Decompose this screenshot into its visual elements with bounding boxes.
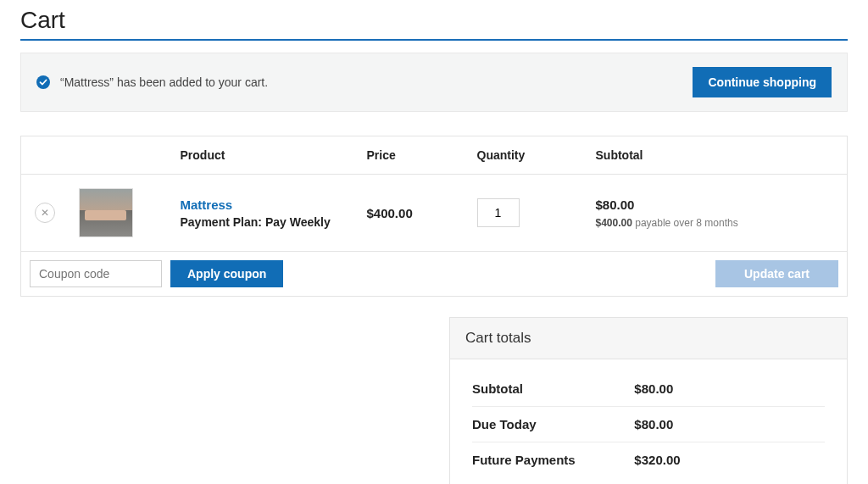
item-subtotal-note-text: payable over 8 months xyxy=(635,217,737,229)
totals-future-label: Future Payments xyxy=(472,453,634,467)
apply-coupon-button[interactable]: Apply coupon xyxy=(170,260,283,287)
page-title: Cart xyxy=(20,7,848,34)
totals-due-today-value: $80.00 xyxy=(634,417,673,431)
col-header-price: Price xyxy=(357,136,467,175)
cart-actions-row: Apply coupon Update cart xyxy=(21,252,848,297)
coupon-code-input[interactable] xyxy=(30,260,162,287)
totals-subtotal-label: Subtotal xyxy=(472,381,634,396)
product-plan-value: Pay Weekly xyxy=(265,215,331,229)
totals-subtotal-value: $80.00 xyxy=(634,381,673,396)
quantity-input[interactable] xyxy=(477,198,520,227)
cart-notice: “Mattress” has been added to your cart. … xyxy=(20,53,848,112)
item-subtotal-note: $400.00 payable over 8 months xyxy=(596,217,837,229)
svg-point-0 xyxy=(36,75,50,89)
update-cart-button[interactable]: Update cart xyxy=(715,260,838,287)
totals-row-due-today: Due Today $80.00 xyxy=(472,407,825,442)
cart-table: Product Price Quantity Subtotal ✕ Mattre… xyxy=(20,136,848,297)
cart-totals-card: Cart totals Subtotal $80.00 Due Today $8… xyxy=(449,317,848,484)
product-thumbnail[interactable] xyxy=(79,188,133,237)
product-name-link[interactable]: Mattress xyxy=(181,197,347,212)
cart-totals-title: Cart totals xyxy=(450,318,847,359)
check-circle-icon xyxy=(36,75,50,89)
item-price: $400.00 xyxy=(367,206,413,220)
col-header-thumbnail xyxy=(69,136,170,175)
totals-row-subtotal: Subtotal $80.00 xyxy=(472,371,825,407)
remove-item-button[interactable]: ✕ xyxy=(35,203,55,223)
item-subtotal-note-amount: $400.00 xyxy=(596,217,632,229)
continue-shopping-button[interactable]: Continue shopping xyxy=(693,67,832,97)
totals-future-value: $320.00 xyxy=(634,453,680,467)
notice-message: “Mattress” has been added to your cart. xyxy=(60,75,268,89)
col-header-product: Product xyxy=(170,136,357,175)
close-icon: ✕ xyxy=(41,203,49,222)
col-header-quantity: Quantity xyxy=(467,136,586,175)
title-divider xyxy=(20,39,848,41)
col-header-subtotal: Subtotal xyxy=(586,136,848,175)
totals-row-future: Future Payments $320.00 xyxy=(472,442,825,477)
cart-row: ✕ Mattress Payment Plan: Pay Weekly $400… xyxy=(21,175,848,252)
totals-due-today-label: Due Today xyxy=(472,417,634,431)
product-plan-label: Payment Plan: xyxy=(181,215,262,229)
product-plan: Payment Plan: Pay Weekly xyxy=(181,215,347,229)
item-subtotal: $80.00 xyxy=(596,197,837,212)
col-header-remove xyxy=(21,136,69,175)
